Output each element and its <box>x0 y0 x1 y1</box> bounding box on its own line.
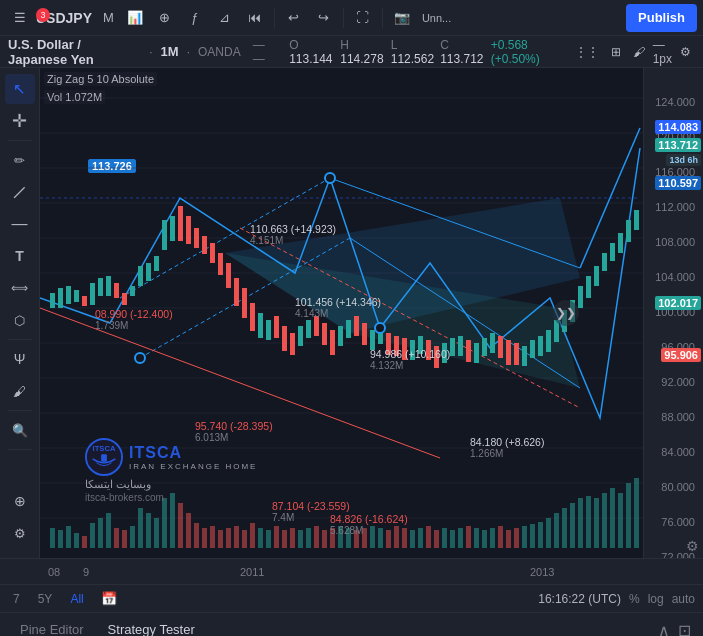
chart-area[interactable]: Zig Zag 5 10 Absolute Vol 1.072M 113.697… <box>40 68 643 558</box>
crosshair-tool[interactable]: ✛ <box>5 106 35 136</box>
text-tool[interactable]: T <box>5 241 35 271</box>
svg-rect-136 <box>370 526 375 548</box>
current-time: 16:16:22 (UTC) <box>538 592 621 606</box>
time-btn-5y[interactable]: 5Y <box>33 590 58 608</box>
svg-rect-30 <box>114 283 119 298</box>
svg-rect-39 <box>186 216 191 244</box>
svg-rect-165 <box>602 493 607 548</box>
axis-settings-icon[interactable]: ⚙ <box>686 538 699 554</box>
svg-rect-160 <box>562 508 567 548</box>
svg-rect-36 <box>162 220 167 250</box>
svg-rect-138 <box>386 530 391 548</box>
panel-collapse-arrow[interactable]: ∧ <box>654 619 674 636</box>
svg-point-170 <box>325 173 335 183</box>
undo-icon[interactable]: ↩ <box>280 4 308 32</box>
svg-point-171 <box>135 353 145 363</box>
tab-strategy-tester[interactable]: Strategy Tester <box>96 616 207 636</box>
alert-icon[interactable]: ⊿ <box>211 4 239 32</box>
svg-rect-84 <box>546 330 551 352</box>
cursor-tool[interactable]: ↖ <box>5 74 35 104</box>
time-btn-all[interactable]: All <box>65 590 88 608</box>
right-price-axis: 124.000 120.000 116.000 112.000 108.000 … <box>643 68 703 558</box>
svg-rect-26 <box>82 296 87 306</box>
svg-rect-167 <box>618 493 623 548</box>
svg-rect-99 <box>74 533 79 548</box>
line-tool[interactable]: | <box>0 171 41 213</box>
fullscreen-icon[interactable]: ⛶ <box>349 4 377 32</box>
svg-rect-56 <box>322 323 327 345</box>
svg-rect-139 <box>394 526 399 548</box>
svg-rect-60 <box>354 316 359 336</box>
horizontal-line-tool[interactable]: — <box>5 209 35 239</box>
zoom-tool[interactable]: 🔍 <box>5 415 35 445</box>
timeframe-selector[interactable]: M <box>98 8 119 27</box>
tab-pine-editor[interactable]: Pine Editor <box>8 616 96 636</box>
sidebar-divider-1 <box>8 140 32 141</box>
chart-header: U.S. Dollar / Japanese Yen · 1M · OANDA … <box>0 36 703 68</box>
brush-tool[interactable]: 🖌 <box>5 376 35 406</box>
svg-rect-120 <box>242 530 247 548</box>
svg-rect-69 <box>426 340 431 360</box>
svg-rect-89 <box>586 276 591 298</box>
svg-point-172 <box>375 323 385 333</box>
main-area: ↖ ✛ ✏ | — T ⟺ ⬡ Ψ 🖌 🔍 ⊕ ⚙ Zig Zag 5 10 A… <box>0 68 703 558</box>
svg-rect-70 <box>434 346 439 368</box>
svg-rect-54 <box>306 320 311 338</box>
time-btn-7[interactable]: 7 <box>8 590 25 608</box>
fibonacci-tool[interactable]: Ψ <box>5 344 35 374</box>
svg-rect-104 <box>114 528 119 548</box>
layout-icon[interactable]: ⊞ <box>607 43 625 61</box>
percent-btn[interactable]: % <box>629 592 640 606</box>
price-124: 124.000 <box>655 96 699 109</box>
svg-rect-94 <box>626 220 631 242</box>
svg-rect-149 <box>474 528 479 548</box>
settings-tool[interactable]: ⚙ <box>5 518 35 548</box>
calendar-icon[interactable]: 📅 <box>97 589 121 608</box>
svg-rect-157 <box>538 522 543 548</box>
svg-rect-109 <box>154 518 159 548</box>
snapshot-icon[interactable]: 📷 <box>388 4 416 32</box>
svg-rect-73 <box>458 336 463 356</box>
svg-rect-78 <box>498 336 503 358</box>
svg-rect-125 <box>282 530 287 548</box>
unlink-label[interactable]: Unn... <box>418 4 455 32</box>
scroll-right-button[interactable]: ❯❯ <box>553 300 579 326</box>
indicator-icon[interactable]: ƒ <box>181 4 209 32</box>
svg-rect-158 <box>546 518 551 548</box>
svg-rect-128 <box>306 528 311 548</box>
svg-rect-152 <box>498 526 503 548</box>
measure-tool[interactable]: ⟺ <box>5 273 35 303</box>
panel-expand-arrow[interactable]: ⊡ <box>674 619 695 636</box>
svg-rect-43 <box>218 253 223 275</box>
compare-icon[interactable]: ⊕ <box>151 4 179 32</box>
svg-rect-115 <box>202 528 207 548</box>
line-width-label: — 1px <box>653 38 672 66</box>
svg-rect-147 <box>458 528 463 548</box>
chart-type-icon[interactable]: 📊 <box>121 4 149 32</box>
price-76: 76.000 <box>661 516 699 529</box>
svg-rect-31 <box>122 293 127 305</box>
price-104: 104.000 <box>655 271 699 284</box>
add-tool[interactable]: ⊕ <box>5 486 35 516</box>
badge-time: 13d 6h <box>666 154 701 166</box>
log-btn[interactable]: log <box>648 592 664 606</box>
svg-rect-144 <box>434 530 439 548</box>
time-label-2013: 2013 <box>530 566 554 578</box>
gear-icon-header[interactable]: ⚙ <box>676 43 695 61</box>
publish-button[interactable]: Publish <box>626 4 697 32</box>
menu-icon[interactable]: ☰ <box>6 4 34 32</box>
svg-rect-42 <box>210 243 215 263</box>
pattern-tool[interactable]: ⬡ <box>5 305 35 335</box>
auto-btn[interactable]: auto <box>672 592 695 606</box>
replay-icon[interactable]: ⏮ <box>241 4 269 32</box>
svg-rect-72 <box>450 338 455 356</box>
bottom-panel: Pine Editor Strategy Tester ∧ ⊡ <box>0 612 703 636</box>
svg-rect-110 <box>162 498 167 548</box>
pen-tool[interactable]: ✏ <box>5 145 35 175</box>
svg-rect-79 <box>506 340 511 365</box>
redo-icon[interactable]: ↪ <box>310 4 338 32</box>
brush-icon[interactable]: 🖌 <box>629 43 649 61</box>
svg-rect-91 <box>602 253 607 271</box>
svg-rect-168 <box>626 483 631 548</box>
magnet-icon[interactable]: ⋮⋮ <box>571 43 603 61</box>
